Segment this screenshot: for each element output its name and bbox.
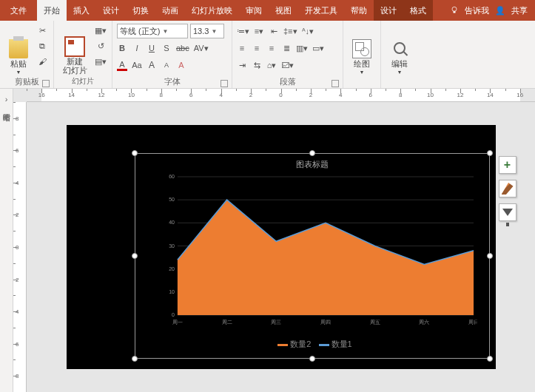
chart-filters-button[interactable]	[499, 203, 517, 221]
align-center-button[interactable]: ≡	[252, 44, 262, 53]
svg-text:0: 0	[172, 312, 175, 317]
shrink-font-button[interactable]: A	[161, 61, 172, 69]
handle-bm[interactable]	[309, 356, 315, 362]
tab-chart-design[interactable]: 设计	[374, 0, 403, 21]
tab-view[interactable]: 视图	[269, 0, 298, 21]
align-left-button[interactable]: ≡	[237, 44, 247, 53]
svg-point-0	[452, 7, 457, 11]
bullets-button[interactable]: ≔▾	[237, 27, 249, 36]
chart-elements-button[interactable]: +	[499, 156, 517, 174]
font-name-combo[interactable]: 等线 (正文)▼	[117, 24, 188, 38]
tab-insert[interactable]: 插入	[67, 0, 96, 21]
svg-text:周一: 周一	[172, 320, 182, 325]
shapes-icon	[352, 39, 371, 58]
clear-format-button[interactable]: A	[176, 61, 186, 70]
tab-slideshow[interactable]: 幻灯片放映	[185, 0, 239, 21]
columns-button[interactable]: ▥▾	[296, 44, 308, 53]
line-spacing-button[interactable]: ‡≡▾	[283, 27, 297, 36]
tab-developer[interactable]: 开发工具	[298, 0, 344, 21]
chart-title[interactable]: 图表标题	[139, 158, 485, 172]
justify-button[interactable]: ≣	[281, 44, 292, 53]
font-size-combo[interactable]: 13.3▼	[190, 24, 224, 38]
clipboard-launcher[interactable]	[42, 80, 50, 87]
indent-inc-button[interactable]: ⇥	[237, 61, 247, 70]
drawing-label: 绘图	[354, 58, 370, 70]
copy-button[interactable]: ⧉	[36, 39, 49, 53]
grow-font-button[interactable]: A	[147, 60, 157, 70]
font-launcher[interactable]	[221, 80, 228, 87]
shadow-button[interactable]: S	[161, 44, 172, 53]
lightbulb-icon	[450, 5, 459, 16]
char-spacing-button[interactable]: AV▾	[194, 44, 209, 53]
strike-button[interactable]: abc	[176, 44, 189, 53]
svg-text:周五: 周五	[369, 320, 380, 325]
svg-text:10: 10	[169, 289, 175, 294]
legend-label-1: 数量2	[290, 339, 311, 348]
indent-dec-button[interactable]: ⇤	[269, 27, 279, 36]
reset-button[interactable]: ↺	[94, 39, 107, 53]
vertical-ruler: 864202468	[13, 102, 27, 392]
titlebar: 文件 开始 插入 设计 切换 动画 幻灯片放映 审阅 视图 开发工具 帮助 设计…	[0, 0, 535, 21]
workspace: ›缩略图 1614121086420246810121416 864202468	[0, 89, 535, 392]
horizontal-ruler: 1614121086420246810121416	[27, 89, 535, 102]
chart-object[interactable]: 图表标题 0102030405060周一周二周三周四周五周六周日 数量2 数量1…	[135, 153, 490, 359]
layout-button[interactable]: ▦▾	[94, 24, 107, 37]
group-paragraph: ≔▾ ≡▾ ⇤ ‡≡▾ ᴬ↓▾ ≡ ≡ ≡ ≣ ▥▾ ▭▾ ⇥ ⇆ ⌂▾ 🗠▾ …	[232, 21, 343, 88]
handle-tr[interactable]	[487, 150, 493, 156]
tab-design[interactable]: 设计	[96, 0, 126, 21]
tab-home[interactable]: 开始	[37, 0, 67, 21]
search-icon	[394, 42, 406, 54]
change-case-button[interactable]: Aa	[132, 61, 142, 70]
editing-button[interactable]: 编辑 ▼	[386, 22, 414, 76]
new-slide-label: 新建 幻灯片	[63, 57, 87, 75]
text-direction-button[interactable]: ᴬ↓▾	[302, 27, 314, 36]
svg-text:周六: 周六	[419, 320, 429, 325]
svg-rect-1	[454, 11, 456, 13]
handle-br[interactable]	[487, 356, 493, 362]
share-button[interactable]: 共享	[511, 5, 528, 16]
thumbnail-pane-toggle[interactable]: ›缩略图	[0, 89, 13, 392]
underline-button[interactable]: U	[147, 44, 157, 53]
slide[interactable]: 图表标题 0102030405060周一周二周三周四周五周六周日 数量2 数量1…	[67, 125, 496, 369]
align-right-button[interactable]: ≡	[266, 44, 277, 53]
brush-icon	[502, 183, 514, 195]
tab-file[interactable]: 文件	[0, 0, 37, 21]
svg-text:50: 50	[169, 197, 175, 202]
handle-ml[interactable]	[132, 253, 138, 259]
legend-swatch-line	[319, 344, 329, 346]
legend-swatch-area	[277, 344, 288, 346]
tab-transitions[interactable]: 切换	[126, 0, 155, 21]
align-text-button[interactable]: ▭▾	[312, 44, 324, 53]
svg-text:40: 40	[169, 220, 175, 225]
handle-tm[interactable]	[309, 150, 315, 156]
font-color-button[interactable]: A	[117, 60, 127, 71]
share-icon: 👤	[495, 6, 505, 16]
italic-button[interactable]: I	[132, 44, 142, 53]
handle-tl[interactable]	[132, 150, 138, 156]
chart-styles-button[interactable]	[499, 180, 517, 197]
group-clipboard: 粘贴 ▼ ✂ ⧉ 🖌 剪贴板	[0, 21, 54, 88]
smartart-button[interactable]: ⌂▾	[266, 61, 277, 70]
format-painter-button[interactable]: 🖌	[36, 55, 49, 68]
bold-button[interactable]: B	[117, 44, 127, 53]
slide-canvas[interactable]: 图表标题 0102030405060周一周二周三周四周五周六周日 数量2 数量1…	[27, 102, 535, 392]
group-label-paragraph: 段落	[237, 76, 338, 88]
handle-mr[interactable]	[487, 253, 493, 259]
tell-me[interactable]: 告诉我	[465, 5, 489, 16]
section-button[interactable]: ▤▾	[94, 55, 107, 68]
paragraph-launcher[interactable]	[332, 80, 339, 87]
cut-button[interactable]: ✂	[36, 24, 49, 37]
paste-label: 粘贴	[10, 58, 27, 70]
numbering-button[interactable]: ≡▾	[254, 27, 264, 36]
tab-review[interactable]: 审阅	[239, 0, 269, 21]
convert-button[interactable]: 🗠▾	[281, 61, 294, 70]
tab-help[interactable]: 帮助	[344, 0, 374, 21]
chart-plot: 0102030405060周一周二周三周四周五周六周日	[161, 174, 478, 328]
tab-animations[interactable]: 动画	[155, 0, 185, 21]
paste-button[interactable]: 粘贴 ▼	[4, 22, 33, 76]
drawing-button[interactable]: 绘图 ▼	[348, 22, 376, 76]
list-level-button[interactable]: ⇆	[252, 61, 262, 70]
tab-format[interactable]: 格式	[403, 0, 433, 21]
new-slide-button[interactable]: 新建 幻灯片	[58, 22, 91, 76]
handle-bl[interactable]	[132, 356, 138, 362]
